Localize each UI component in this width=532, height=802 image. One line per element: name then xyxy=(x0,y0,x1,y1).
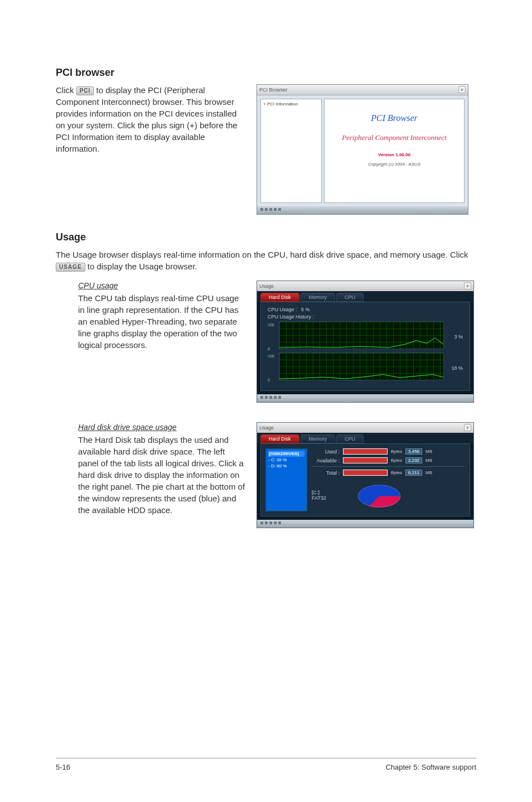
tab-cpu[interactable]: CPU xyxy=(336,293,364,302)
hdd-window-title: Usage xyxy=(259,425,274,431)
drive-list[interactable]: [DISKDRIVES] - C: 38 % - D: 80 % xyxy=(265,448,307,511)
used-label: Used : xyxy=(312,449,340,455)
hdd-usage-window: Usage × Hard Disk Memory CPU [DISKDRIVES… xyxy=(257,422,474,528)
used-value: 3,458 xyxy=(405,448,422,455)
tab-memory[interactable]: Memory xyxy=(301,293,336,302)
usage-intro: The Usage browser displays real-time inf… xyxy=(56,249,476,272)
pci-paragraph: Click PCI to display the PCI (Peripheral… xyxy=(56,84,245,154)
window-footer xyxy=(257,206,468,214)
total-unit: Bytes xyxy=(391,470,402,475)
tree-expand-icon[interactable]: + xyxy=(263,102,266,107)
fs-type: FAT32 xyxy=(312,495,326,501)
cpu-graph-1 xyxy=(279,321,444,349)
pci-para-prefix: Click xyxy=(56,85,76,95)
usage-intro-suffix: to display the Usage browser. xyxy=(88,262,197,271)
hdd-paragraph: The Hard Disk tab displays the used and … xyxy=(78,434,245,516)
cpu-subheading: CPU usage xyxy=(78,281,245,291)
cpu-usage-value: 5 % xyxy=(301,307,310,312)
cpu-paragraph: The CPU tab displays real-time CPU usage… xyxy=(78,292,245,351)
used-bar xyxy=(343,448,388,455)
pci-info-panel: PCI Browser Peripheral Component Interco… xyxy=(324,99,465,203)
usage-button-icon[interactable]: USAGE xyxy=(56,263,85,272)
pci-panel-subtitle: Peripheral Component Interconnect xyxy=(325,133,464,142)
hdd-subheading: Hard disk drive space usage xyxy=(78,422,245,433)
cpu-pct-2: 18 % xyxy=(447,365,463,371)
hdd-tabs: Hard Disk Memory CPU xyxy=(257,433,473,443)
total-value: 6,211 xyxy=(405,470,422,476)
y-top: 100 xyxy=(268,323,275,327)
pci-copyright: Copyright (c) 2004 , ASUS xyxy=(325,162,464,167)
cpu-pct-1: 3 % xyxy=(447,334,463,340)
cpu-window-title: Usage xyxy=(259,283,274,289)
hdd-details: Used : Bytes 3,458 MB Available : Bytes … xyxy=(312,448,465,511)
chapter-label: Chapter 5: Software support xyxy=(385,763,476,771)
pci-window-titlebar: PCI Browser × xyxy=(257,85,468,95)
close-icon[interactable]: × xyxy=(458,86,466,93)
cpu-tabs: Hard Disk Memory CPU xyxy=(257,291,473,302)
usage-intro-prefix: The Usage browser displays real-time inf… xyxy=(56,250,468,259)
hdd-body: [DISKDRIVES] - C: 38 % - D: 80 % Used : … xyxy=(260,443,470,516)
page-number: 5-16 xyxy=(56,763,70,771)
usage-heading: Usage xyxy=(56,231,476,243)
hdd-window-titlebar: Usage × xyxy=(257,423,473,433)
close-icon[interactable]: × xyxy=(464,424,471,431)
tab-harddisk[interactable]: Hard Disk xyxy=(260,434,299,443)
drive-list-header: [DISKDRIVES] xyxy=(268,451,304,457)
cpu-usage-window: Usage × Hard Disk Memory CPU CPU Usage :… xyxy=(257,281,474,403)
pci-para-suffix: to display the PCI (Peripheral Component… xyxy=(56,85,238,153)
y-bot: 0 xyxy=(268,347,275,351)
total-value-unit: MB xyxy=(425,470,432,475)
tab-harddisk[interactable]: Hard Disk xyxy=(260,293,299,302)
drive-d[interactable]: - D: 80 % xyxy=(268,463,304,469)
pci-tree-item[interactable]: PCI Information xyxy=(267,102,298,107)
used-unit: Bytes xyxy=(391,449,402,454)
available-value: 2,232 xyxy=(405,457,422,463)
tab-cpu[interactable]: CPU xyxy=(336,434,364,443)
used-value-unit: MB xyxy=(425,449,432,454)
window-footer xyxy=(257,394,473,402)
available-value-unit: MB xyxy=(425,458,432,463)
drive-c[interactable]: - C: 38 % xyxy=(268,457,304,463)
window-footer xyxy=(257,520,473,528)
pci-tree[interactable]: + PCI Information xyxy=(260,99,322,203)
cpu-usage-label: CPU Usage : xyxy=(268,307,297,312)
pci-button-icon[interactable]: PCI xyxy=(76,86,94,95)
available-label: Available : xyxy=(312,458,340,463)
pci-window: PCI Browser × + PCI Information PCI Brow… xyxy=(257,84,468,215)
cpu-window-titlebar: Usage × xyxy=(257,281,473,291)
pci-version: Version 1.00.00 xyxy=(325,152,464,157)
tab-memory[interactable]: Memory xyxy=(301,434,336,443)
pie-chart-icon xyxy=(354,481,404,511)
cpu-graph-2 xyxy=(279,352,444,380)
cpu-body: CPU Usage : 5 % CPU Usage History : 1000… xyxy=(260,302,470,391)
pci-panel-title: PCI Browser xyxy=(325,113,464,123)
total-bar xyxy=(343,470,388,476)
pci-window-title: PCI Browser xyxy=(259,87,288,93)
pci-heading: PCI browser xyxy=(56,67,476,79)
fs-drive-label: [C:] xyxy=(312,490,326,495)
close-icon[interactable]: × xyxy=(464,282,471,289)
total-label: Total : xyxy=(312,470,340,476)
y-bot-2: 0 xyxy=(268,378,275,382)
cpu-history-label: CPU Usage History : xyxy=(268,314,463,320)
page-footer: 5-16 Chapter 5: Software support xyxy=(56,758,476,771)
available-unit: Bytes xyxy=(391,458,402,463)
y-top-2: 100 xyxy=(268,354,275,358)
available-bar xyxy=(343,457,388,463)
